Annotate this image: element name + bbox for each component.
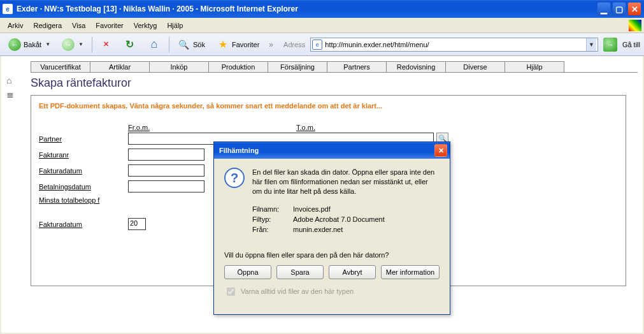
menu-verktyg[interactable]: Verktyg <box>129 20 162 31</box>
betalningsdatum-input[interactable] <box>128 180 204 192</box>
dialog-question: Vill du öppna filen eller spara den på d… <box>224 251 440 259</box>
separator <box>169 37 169 52</box>
dialog-body: ? En del filer kan skada din dator. Öppn… <box>214 159 450 314</box>
page-title: Skapa räntefakturor <box>1 73 643 92</box>
home-icon[interactable]: ⌂ <box>6 75 14 85</box>
more-info-button[interactable]: Mer information <box>381 265 440 279</box>
always-warn-input <box>227 287 235 296</box>
file-download-dialog: Filhämtning ✕ ? En del filer kan skada d… <box>213 142 450 315</box>
separator <box>92 37 92 52</box>
back-label: Bakåt <box>24 41 41 48</box>
meta-filtyp-v: Adobe Acrobat 7.0 Document <box>293 215 385 223</box>
col-to: T.o.m. <box>296 124 464 131</box>
dialog-title: Filhämtning <box>219 147 434 154</box>
status-message: Ett PDF-dokument skapas. Vänta några sek… <box>39 102 618 110</box>
menu-hjalp[interactable]: Hjälp <box>162 20 188 31</box>
app-tabs: Varucertifikat Artiklar Inköp Produktion… <box>31 61 638 73</box>
tab-inkop[interactable]: Inköp <box>149 61 209 72</box>
cancel-button[interactable]: Avbryt <box>329 265 376 279</box>
fakturanr-input[interactable] <box>128 149 204 161</box>
maximize-button[interactable]: ▢ <box>612 2 626 16</box>
dialog-warning-text: En del filer kan skada din dator. Öppna … <box>252 168 440 196</box>
tab-forsaljning[interactable]: Försäljning <box>268 61 327 72</box>
search-button[interactable]: Sök <box>173 36 210 53</box>
go-label: Gå till <box>622 41 640 48</box>
refresh-icon <box>124 38 136 51</box>
meta-fran-k: Från: <box>252 226 293 233</box>
meta-fran-v: munin.exder.net <box>293 226 343 233</box>
stop-icon <box>101 39 112 50</box>
home-icon <box>148 38 161 51</box>
save-button[interactable]: Spara <box>276 265 324 279</box>
app-icon: e <box>3 4 13 14</box>
label-fakturadatum2: Fakturadatum <box>39 221 128 228</box>
tab-artiklar[interactable]: Artiklar <box>90 61 150 72</box>
favorites-label: Favoriter <box>232 41 259 48</box>
address-bar[interactable]: e http://munin.exder.net/html/menu/ ▼ <box>310 38 598 52</box>
label-minsta: Minsta totalbelopp f <box>39 196 128 204</box>
label-fakturadatum: Fakturadatum <box>39 167 128 175</box>
back-icon <box>8 38 21 51</box>
meta-filnamn-v: Invoices.pdf <box>293 205 331 213</box>
list-icon[interactable]: ≣ <box>6 89 14 99</box>
minimize-button[interactable]: ▁ <box>597 2 611 16</box>
close-button[interactable]: ✕ <box>627 2 641 16</box>
side-icons: ⌂ ≣ <box>6 75 14 99</box>
stop-button[interactable] <box>96 36 117 53</box>
back-button[interactable]: Bakåt ▼ <box>4 36 55 53</box>
menu-visa[interactable]: Visa <box>67 20 90 31</box>
forward-icon <box>62 38 75 51</box>
menu-arkiv[interactable]: Arkiv <box>3 20 28 31</box>
label-partner: Partner <box>39 135 128 143</box>
label-betalningsdatum: Betalningsdatum <box>39 183 128 191</box>
tab-redovisning[interactable]: Redovisning <box>386 61 446 72</box>
always-warn-label: Varna alltid vid filer av den här typen <box>241 287 354 295</box>
tab-partners[interactable]: Partners <box>327 61 387 72</box>
forward-button[interactable]: ▼ <box>57 36 88 53</box>
column-headers: Fr.o.m. T.o.m. <box>128 124 618 131</box>
menu-redigera[interactable]: Redigera <box>28 20 67 31</box>
url-text: http://munin.exder.net/html/menu/ <box>325 41 586 48</box>
fakturadatum-input[interactable] <box>128 164 204 177</box>
home-button[interactable] <box>143 36 165 53</box>
tab-varucertifikat[interactable]: Varucertifikat <box>31 61 90 72</box>
overflow-icon[interactable]: » <box>266 40 276 49</box>
col-from: Fr.o.m. <box>128 124 296 131</box>
page-icon: e <box>312 40 322 50</box>
window-title: Exder · NW:s Testbolag [13] · Niklas Wal… <box>17 4 597 13</box>
always-warn-checkbox: Varna alltid vid filer av den här typen <box>224 286 440 298</box>
search-icon <box>178 38 190 51</box>
menu-favoriter[interactable]: Favoriter <box>90 20 128 31</box>
tab-produktion[interactable]: Produktion <box>208 61 268 72</box>
chevron-down-icon[interactable]: ▼ <box>586 38 596 51</box>
tab-diverse[interactable]: Diverse <box>445 61 505 72</box>
browser-toolbar: Bakåt ▼ ▼ Sök Favoriter » Adress e http:… <box>0 33 644 56</box>
dialog-close-button[interactable]: ✕ <box>434 144 447 157</box>
fakturadatum2-input[interactable]: 20 <box>128 218 146 230</box>
favorites-button[interactable]: Favoriter <box>212 36 264 53</box>
refresh-button[interactable] <box>119 36 141 53</box>
go-button[interactable]: → <box>603 38 617 52</box>
dialog-titlebar[interactable]: Filhämtning ✕ <box>214 142 450 159</box>
meta-filtyp-k: Filtyp: <box>252 215 293 223</box>
search-label: Sök <box>193 41 205 48</box>
star-icon <box>217 38 229 51</box>
open-button[interactable]: Öppna <box>224 265 271 279</box>
label-fakturanr: Fakturanr <box>39 151 128 159</box>
tab-hjalp[interactable]: Hjälp <box>504 61 564 72</box>
address-label: Adress <box>283 41 305 48</box>
chevron-down-icon: ▼ <box>45 41 50 47</box>
file-meta: Filnamn:Invoices.pdf Filtyp:Adobe Acroba… <box>252 205 440 236</box>
meta-filnamn-k: Filnamn: <box>252 205 293 213</box>
windows-flag-icon <box>629 20 641 31</box>
menu-bar: Arkiv Redigera Visa Favoriter Verktyg Hj… <box>0 18 644 33</box>
window-titlebar: e Exder · NW:s Testbolag [13] · Niklas W… <box>0 0 644 18</box>
question-icon: ? <box>224 168 245 188</box>
chevron-down-icon: ▼ <box>78 41 83 47</box>
